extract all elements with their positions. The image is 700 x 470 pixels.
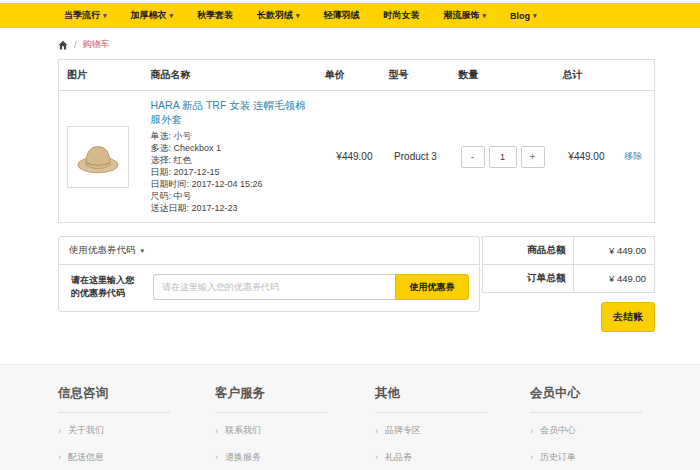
subtotal-value: ¥ 449.00 (574, 237, 655, 265)
remove-item-link[interactable]: 移除 (624, 151, 642, 161)
product-option: 日期时间: 2017-12-04 15:26 (151, 178, 309, 190)
breadcrumb-separator: / (74, 40, 77, 50)
product-option: 送达日期: 2017-12-23 (151, 202, 309, 214)
product-option: 日期: 2017-12-15 (151, 166, 309, 178)
col-header-actions (613, 60, 655, 91)
product-option: 单选: 小号 (151, 130, 309, 142)
coupon-code-input[interactable] (153, 274, 395, 300)
cart-content: 图片 商品名称 单价 型号 数量 总计 (58, 59, 655, 332)
footer-link-contact-us[interactable]: ›联系我们 (215, 424, 375, 437)
quantity-decrease-button[interactable]: - (461, 146, 485, 168)
footer-link-about-us[interactable]: ›关于我们 (58, 424, 215, 437)
nav-item-qiuji-taozhuang[interactable]: 秋季套装 (197, 9, 233, 22)
footer-col-title: 客户服务 (215, 385, 327, 413)
col-header-quantity: 数量 (451, 60, 555, 91)
col-header-unit-price: 单价 (317, 60, 381, 91)
totals-row-subtotal: 商品总额 ¥ 449.00 (483, 237, 655, 265)
col-header-image: 图片 (59, 60, 143, 91)
arrow-right-icon: › (530, 452, 533, 462)
product-option: 选择: 红色 (151, 154, 309, 166)
apply-coupon-button[interactable]: 使用优惠券 (395, 274, 469, 300)
chevron-down-icon: ▾ (533, 12, 537, 20)
footer-link-delivery-info[interactable]: ›配送信息 (58, 451, 215, 464)
order-totals: 商品总额 ¥ 449.00 订单总额 ¥ 449.00 去结账 (482, 236, 655, 332)
arrow-right-icon: › (375, 426, 378, 436)
footer-link-my-account[interactable]: ›会员中心 (530, 424, 687, 437)
unit-price-value: ¥449.00 (317, 91, 381, 223)
chevron-down-icon: ▾ (170, 12, 174, 20)
footer-col-title: 会员中心 (530, 385, 642, 413)
col-header-model: 型号 (381, 60, 451, 91)
footer-col-my-account: 会员中心 ›会员中心 ›历史订单 ›收藏列表 ›订阅资讯 (530, 385, 687, 470)
arrow-right-icon: › (215, 452, 218, 462)
order-total-value: ¥ 449.00 (574, 265, 655, 293)
subtotal-label: 商品总额 (483, 237, 574, 265)
quantity-increase-button[interactable]: + (521, 146, 545, 168)
arrow-right-icon: › (530, 426, 533, 436)
footer-link-brands[interactable]: ›品牌专区 (375, 424, 530, 437)
checkout-button[interactable]: 去结账 (601, 302, 655, 332)
col-header-name: 商品名称 (143, 60, 317, 91)
quantity-stepper: - + (461, 146, 545, 168)
nav-item-shishang-nvzhuang[interactable]: 时尚女装 (384, 9, 420, 22)
totals-row-order-total: 订单总额 ¥ 449.00 (483, 265, 655, 293)
cart-table: 图片 商品名称 单价 型号 数量 总计 (58, 59, 655, 223)
home-icon[interactable] (58, 40, 68, 50)
coupon-input-label: 请在这里输入您的优惠券代码 (71, 274, 141, 300)
top-nav: 当季流行 ▾ 加厚棉衣 ▾ 秋季套装 长款羽绒 ▾ 轻薄羽绒 时尚女装 潮流服饰… (0, 3, 700, 28)
footer-col-title: 信息咨询 (58, 385, 170, 413)
chevron-down-icon: ▾ (141, 247, 145, 255)
product-title-link[interactable]: HARA 新品 TRF 女装 连帽毛领棉服外套 (151, 99, 309, 127)
chevron-down-icon: ▾ (483, 12, 487, 20)
chevron-down-icon: ▾ (296, 12, 300, 20)
nav-item-chaoliu-fushi[interactable]: 潮流服饰 ▾ (444, 9, 487, 22)
footer-col-customer-service: 客户服务 ›联系我们 ›退换服务 ›网站地图 (215, 385, 375, 470)
cart-header-row: 图片 商品名称 单价 型号 数量 总计 (59, 60, 655, 91)
product-option: 多选: Checkbox 1 (151, 142, 309, 154)
footer: 信息咨询 ›关于我们 ›配送信息 ›隐私政策 ›使用条款 客户服务 ›联系我们 … (0, 364, 700, 470)
totals-table: 商品总额 ¥ 449.00 订单总额 ¥ 449.00 (482, 236, 655, 293)
coupon-panel: 使用优惠券代码 ▾ 请在这里输入您的优惠券代码 使用优惠券 (58, 236, 480, 312)
nav-item-blog[interactable]: Blog ▾ (510, 11, 537, 21)
arrow-right-icon: › (58, 426, 61, 436)
breadcrumb: / 购物车 (58, 38, 700, 51)
nav-item-jiahou-mianyi[interactable]: 加厚棉衣 ▾ (131, 9, 174, 22)
nav-item-changkuan-yurong[interactable]: 长款羽绒 ▾ (257, 9, 300, 22)
coupon-panel-header[interactable]: 使用优惠券代码 ▾ (59, 237, 479, 265)
col-header-total: 总计 (555, 60, 613, 91)
line-total-value: ¥449.00 (555, 91, 613, 223)
footer-col-extras: 其他 ›品牌专区 ›礼品券 ›联盟会员 ›特别优惠 (375, 385, 530, 470)
product-option: 尺码: 中号 (151, 190, 309, 202)
footer-col-title: 其他 (375, 385, 487, 413)
footer-link-returns[interactable]: ›退换服务 (215, 451, 375, 464)
nav-item-qingbao-yurong[interactable]: 轻薄羽绒 (324, 9, 360, 22)
breadcrumb-current-cart[interactable]: 购物车 (83, 38, 110, 51)
cart-item-row: HARA 新品 TRF 女装 连帽毛领棉服外套 单选: 小号 多选: Check… (59, 91, 655, 223)
arrow-right-icon: › (58, 452, 61, 462)
arrow-right-icon: › (375, 452, 378, 462)
hat-image (70, 129, 126, 185)
chevron-down-icon: ▾ (103, 12, 107, 20)
nav-item-dangji-liuxing[interactable]: 当季流行 ▾ (64, 9, 107, 22)
order-total-label: 订单总额 (483, 265, 574, 293)
footer-col-information: 信息咨询 ›关于我们 ›配送信息 ›隐私政策 ›使用条款 (58, 385, 215, 470)
footer-link-order-history[interactable]: ›历史订单 (530, 451, 687, 464)
model-value: Product 3 (381, 91, 451, 223)
footer-link-gift-vouchers[interactable]: ›礼品券 (375, 451, 530, 464)
arrow-right-icon: › (215, 426, 218, 436)
quantity-input[interactable] (489, 146, 517, 168)
product-thumbnail-hat[interactable] (67, 126, 129, 188)
